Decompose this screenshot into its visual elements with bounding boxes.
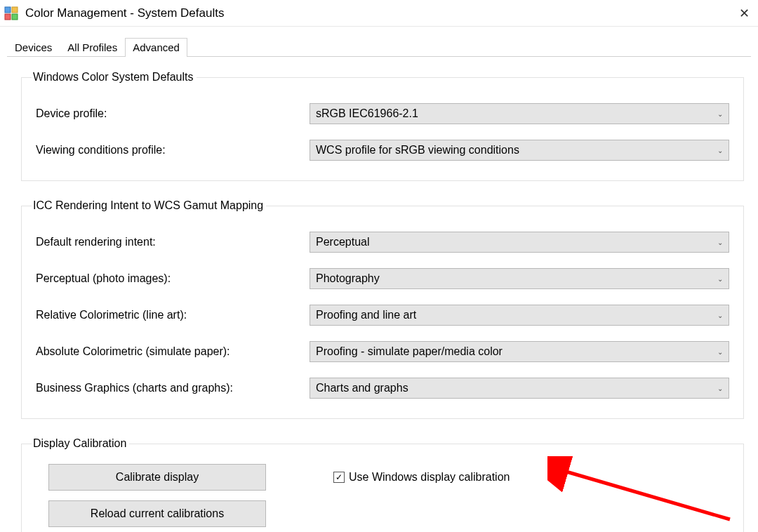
reload-current-calibrations-button[interactable]: Reload current calibrations [48, 500, 266, 527]
dropdown-viewing-conditions[interactable]: WCS profile for sRGB viewing conditions … [310, 140, 729, 161]
tab-advanced[interactable]: Advanced [125, 38, 187, 57]
dropdown-value: Perceptual [316, 236, 717, 248]
titlebar: Color Management - System Defaults ✕ [0, 0, 758, 27]
group-icc-rendering-intent: ICC Rendering Intent to WCS Gamut Mappin… [21, 199, 744, 419]
dropdown-value: sRGB IEC61966-2.1 [316, 107, 717, 120]
tab-strip: Devices All Profiles Advanced [0, 27, 758, 57]
label-perceptual: Perceptual (photo images): [36, 272, 310, 285]
window-title: Color Management - System Defaults [25, 6, 224, 20]
checkbox-box: ✓ [333, 472, 345, 483]
chevron-down-icon: ⌄ [717, 385, 723, 392]
dropdown-value: WCS profile for sRGB viewing conditions [316, 144, 717, 157]
dropdown-business-graphics[interactable]: Charts and graphs ⌄ [310, 378, 729, 399]
svg-rect-0 [5, 7, 11, 13]
group-display-calibration: Display Calibration Calibrate display ✓ … [21, 437, 744, 532]
label-device-profile: Device profile: [36, 107, 310, 120]
use-windows-display-calibration-checkbox[interactable]: ✓ Use Windows display calibration [333, 471, 510, 484]
dropdown-device-profile[interactable]: sRGB IEC61966-2.1 ⌄ [310, 103, 729, 124]
label-viewing-conditions: Viewing conditions profile: [36, 144, 310, 157]
dropdown-value: Charts and graphs [316, 382, 717, 394]
svg-rect-2 [5, 14, 11, 20]
check-icon: ✓ [335, 473, 343, 481]
chevron-down-icon: ⌄ [717, 275, 723, 283]
group-legend-icc: ICC Rendering Intent to WCS Gamut Mappin… [32, 199, 266, 212]
chevron-down-icon: ⌄ [717, 239, 723, 246]
svg-rect-1 [12, 7, 18, 13]
chevron-down-icon: ⌄ [717, 110, 723, 118]
label-business-graphics: Business Graphics (charts and graphs): [36, 382, 310, 394]
group-windows-color-system-defaults: Windows Color System Defaults Device pro… [21, 71, 744, 181]
label-relative-colorimetric: Relative Colorimetric (line art): [36, 309, 310, 321]
group-legend-wcs: Windows Color System Defaults [32, 71, 197, 84]
label-default-rendering-intent: Default rendering intent: [36, 236, 310, 248]
dropdown-absolute-colorimetric[interactable]: Proofing - simulate paper/media color ⌄ [310, 341, 729, 362]
svg-rect-3 [12, 14, 18, 20]
chevron-down-icon: ⌄ [717, 348, 723, 356]
tab-all-profiles[interactable]: All Profiles [60, 38, 125, 57]
close-icon[interactable]: ✕ [735, 6, 754, 21]
chevron-down-icon: ⌄ [717, 147, 723, 154]
dropdown-value: Proofing and line art [316, 309, 717, 321]
checkbox-label: Use Windows display calibration [349, 471, 510, 484]
tab-devices[interactable]: Devices [7, 38, 60, 57]
label-absolute-colorimetric: Absolute Colorimetric (simulate paper): [36, 345, 310, 358]
group-legend-calib: Display Calibration [32, 437, 129, 450]
chevron-down-icon: ⌄ [717, 312, 723, 319]
app-icon [4, 6, 18, 20]
dropdown-relative-colorimetric[interactable]: Proofing and line art ⌄ [310, 305, 729, 326]
calibrate-display-button[interactable]: Calibrate display [48, 464, 266, 491]
dropdown-value: Photography [316, 272, 717, 285]
dropdown-perceptual[interactable]: Photography ⌄ [310, 268, 729, 289]
dropdown-value: Proofing - simulate paper/media color [316, 345, 717, 358]
dropdown-default-rendering-intent[interactable]: Perceptual ⌄ [310, 232, 729, 253]
